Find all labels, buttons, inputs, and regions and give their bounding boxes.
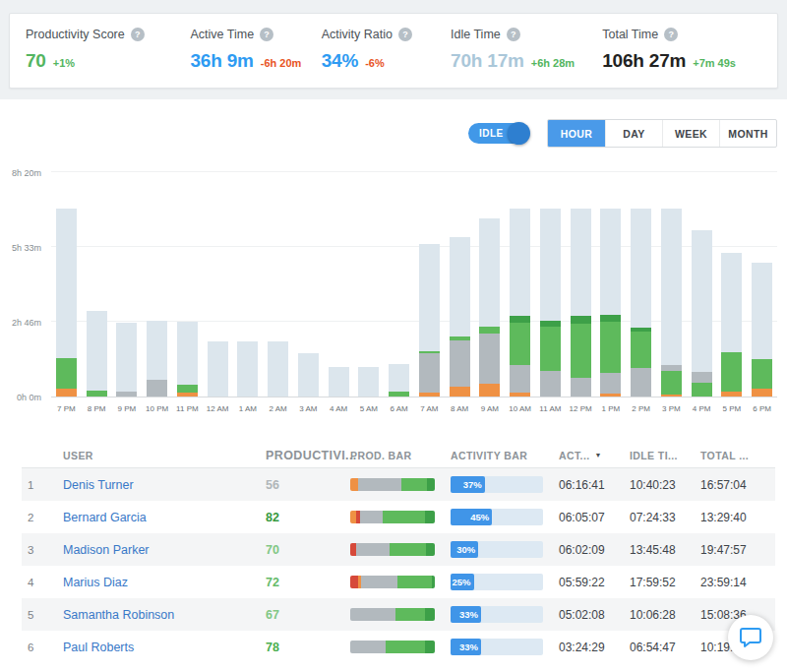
activity-bar[interactable]: 45% [451,509,543,525]
help-icon[interactable]: ? [664,28,678,41]
x-axis-label: 7 AM [420,404,438,413]
table-body: 1Denis Turner5637%06:16:4110:40:2316:57:… [22,468,775,663]
chart-bar-column: 2 AM [263,173,293,397]
bar-segment-green [389,392,409,397]
column-header-total_time[interactable]: TOTAL ... [700,450,775,461]
idle-time: 06:54:47 [630,641,700,654]
stat-label-row: Idle Time ? [451,28,602,41]
bar-segment-idle [87,311,107,390]
activity-bar[interactable]: 37% [451,476,543,493]
prod-bar-segment-green [390,543,426,556]
column-header-active_time[interactable]: ACT...▼ [559,450,630,461]
chat-launcher[interactable] [728,615,773,660]
y-axis-label: 0h 0m [17,393,41,402]
tab-day[interactable]: DAY [605,120,662,147]
stat-delta: -6h 20m [261,57,302,69]
chart-bar[interactable] [540,209,561,397]
chart-bar[interactable] [298,353,319,397]
help-icon[interactable]: ? [507,28,520,41]
activity-percent: 30% [456,544,478,555]
user-link[interactable]: Samantha Robinson [63,608,174,622]
chart-bar[interactable] [721,253,742,397]
bar-segment-idle [116,323,137,391]
table-row: 2Bernard Garcia8245%06:05:0707:24:3313:2… [22,501,775,533]
column-header-user[interactable]: USER [63,450,266,461]
productivity-bar[interactable] [350,641,435,653]
column-header-activity_bar[interactable]: ACTIVITY BAR [451,450,559,461]
productivity-bar[interactable] [350,478,435,491]
chart-bar[interactable] [479,218,500,397]
bar-segment-idle [692,230,712,372]
bar-segment-darkgreen [510,316,530,323]
activity-bar-fill: 25% [451,574,474,590]
bar-segment-darkgreen [571,316,591,324]
chart-bar[interactable] [661,209,682,397]
user-cell: Bernard Garcia [63,511,266,524]
stat-active-time: Active Time ? 36h 9m -6h 20m [190,28,321,72]
chart-bar[interactable] [389,364,409,397]
bar-segment-idle [479,218,500,326]
user-link[interactable]: Bernard Garcia [63,511,147,524]
productivity-bar[interactable] [350,576,435,588]
stat-label: Productivity Score [26,28,125,41]
gridline [51,171,777,172]
chart-bar[interactable] [752,263,772,397]
x-axis-label: 8 PM [88,404,106,413]
toggle-knob-icon [508,122,530,145]
tab-week[interactable]: WEEK [662,120,719,147]
user-link[interactable]: Paul Roberts [63,641,134,654]
activity-bar[interactable]: 30% [451,541,543,558]
bar-segment-green [600,322,621,373]
chart-bar[interactable] [571,209,591,397]
chart-bar-column: 12 AM [203,173,233,397]
chart-bar[interactable] [237,341,258,397]
bar-segment-orange [479,384,500,397]
tab-month[interactable]: MONTH [719,120,776,147]
tab-hour[interactable]: HOUR [548,120,605,147]
prod-bar-segment-gray [350,641,386,653]
chart-bar[interactable] [600,209,621,397]
help-icon[interactable]: ? [131,28,145,41]
productivity-bar[interactable] [350,543,435,556]
activity-bar[interactable]: 33% [451,639,543,655]
chart-bar[interactable] [450,237,470,397]
chart-bar[interactable] [358,367,379,397]
bar-segment-green [721,352,742,392]
prod-bar-segment-gray [350,608,395,621]
chart-bar[interactable] [56,209,77,397]
chart-bar[interactable] [116,323,137,397]
bar-segment-gray [631,368,651,397]
idle-toggle[interactable]: IDLE [468,123,529,144]
column-header-prod_bar[interactable]: PROD. BAR [350,450,451,461]
prod-bar-cell [350,576,451,588]
user-link[interactable]: Madison Parker [63,543,150,557]
table-row: 3Madison Parker7030%06:02:0913:45:4819:4… [22,533,775,566]
stat-label-row: Total Time ? [602,28,761,41]
prod-bar-segment-gray [358,478,402,491]
chart-bar[interactable] [208,341,228,397]
help-icon[interactable]: ? [398,28,412,41]
column-header-productivity[interactable]: PRODUCTIVI... [266,449,350,462]
chart-bar[interactable] [631,209,651,397]
prod-bar-segment-darkgreen [427,478,435,491]
column-header-label: PRODUCTIVI... [266,449,357,462]
chart-bar[interactable] [177,322,198,397]
user-link[interactable]: Marius Diaz [63,576,128,589]
chart-bar[interactable] [147,321,167,397]
chart-bar[interactable] [329,367,349,397]
chart-bar[interactable] [692,230,712,397]
activity-bar[interactable]: 33% [451,606,543,623]
user-link[interactable]: Denis Turner [63,478,134,492]
productivity-bar[interactable] [350,608,435,621]
help-icon[interactable]: ? [260,28,273,41]
chart-bar[interactable] [510,209,530,397]
chart-bar[interactable] [268,341,288,397]
chart-bar[interactable] [419,244,440,397]
column-header-idle_time[interactable]: IDLE TI... [630,450,700,461]
activity-percent: 37% [463,479,485,490]
row-rank: 6 [22,641,63,653]
chart-bar[interactable] [87,311,107,397]
productivity-bar[interactable] [350,511,435,523]
activity-bar[interactable]: 25% [451,574,543,590]
prod-bar-segment-darkgreen [426,543,435,556]
